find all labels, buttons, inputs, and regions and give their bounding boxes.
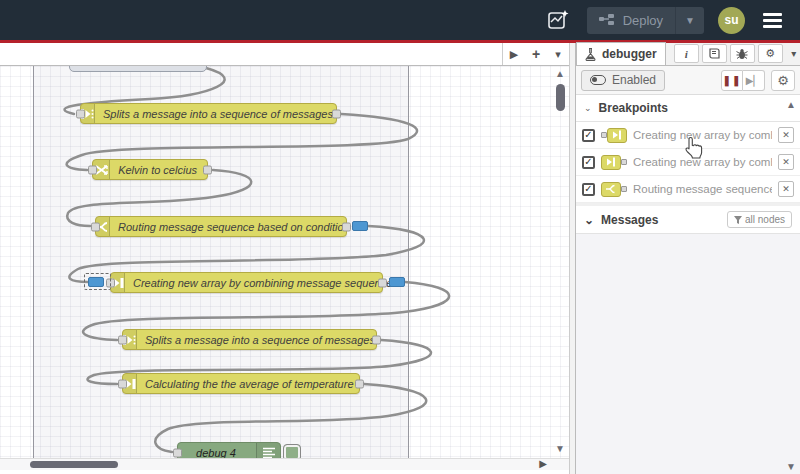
ai-flow-icon (546, 8, 570, 32)
node-label: Creating new array by combining message … (125, 277, 402, 289)
vscroll-thumb[interactable] (556, 84, 565, 111)
join-icon (607, 128, 627, 143)
node-label: Splits a message into a sequence of mess… (137, 334, 388, 346)
ai-flow-button[interactable] (543, 5, 573, 35)
deploy-button[interactable]: Deploy ▼ (587, 7, 704, 34)
add-flow-button[interactable]: + (525, 43, 547, 65)
mini-port-icon (621, 186, 627, 192)
avatar[interactable]: su (718, 7, 745, 34)
debug-tab-button[interactable] (730, 44, 755, 63)
breakpoint-checkbox[interactable]: ✓ (582, 183, 595, 196)
node-debug-4[interactable]: debug 4 (177, 442, 281, 458)
info-tab-button[interactable]: i (674, 44, 699, 63)
node-split-1[interactable]: Splits a message into a sequence of mess… (80, 103, 337, 124)
scroll-up-icon[interactable]: ▲ (555, 68, 565, 79)
node-change-kelvin[interactable]: Kelvin to celcius (92, 159, 208, 180)
pause-icon: ❚❚ (723, 75, 742, 86)
sidebar-scroll-down-icon[interactable]: ▼ (786, 461, 796, 472)
scroll-down-icon[interactable]: ▼ (555, 443, 565, 454)
node-join-calculating[interactable]: Calculating the the average of temperatu… (122, 373, 360, 394)
pause-button[interactable]: ❚❚ (721, 70, 743, 91)
enabled-label: Enabled (612, 73, 656, 87)
breakpoint-marker-creating-output[interactable] (389, 277, 405, 287)
debug-enable-toggle[interactable] (283, 444, 301, 458)
bottom-strip (0, 470, 569, 474)
chevron-down-icon: ▾ (555, 48, 561, 61)
messages-empty-area (576, 234, 800, 474)
deploy-icon (599, 14, 615, 26)
step-icon: ▶▏ (746, 75, 761, 86)
tab-debugger[interactable]: debugger (576, 42, 666, 65)
sidebar-splitter[interactable] (569, 43, 576, 474)
debugger-settings-button[interactable]: ⚙ (771, 70, 795, 91)
remove-breakpoint-button[interactable]: ✕ (778, 181, 794, 197)
output-port[interactable] (332, 109, 341, 118)
tab-scroll-right-button[interactable]: ▶ (503, 43, 525, 65)
bug-icon (736, 48, 748, 60)
chevron-down-icon: ▼ (685, 15, 695, 26)
tab-label: debugger (602, 47, 657, 61)
step-button[interactable]: ▶▏ (743, 70, 765, 91)
section-title: Messages (601, 213, 658, 227)
output-port[interactable] (355, 379, 364, 388)
debugger-enabled-toggle[interactable]: Enabled (581, 70, 665, 91)
output-port[interactable] (342, 222, 351, 231)
book-icon (708, 48, 720, 59)
sidebar-scroll-up-icon[interactable]: ▲ (786, 99, 796, 110)
node-switch-routing[interactable]: Routing message sequence based on condit… (95, 216, 347, 237)
deploy-options-button[interactable]: ▼ (675, 7, 704, 34)
input-port[interactable] (91, 222, 100, 231)
node-label: Splits a message into a sequence of mess… (95, 108, 346, 120)
help-tab-button[interactable] (702, 44, 727, 63)
mouse-cursor-hand (682, 136, 704, 160)
chevron-down-icon: ⌄ (584, 103, 592, 113)
canvas-vscrollbar[interactable]: ▲ ▼ (553, 66, 568, 458)
filter-icon (734, 216, 742, 224)
input-port[interactable] (88, 165, 97, 174)
config-tab-button[interactable]: ⚙ (758, 44, 783, 63)
hscroll-thumb[interactable] (30, 461, 118, 468)
flow-tabbar: ▶ + ▾ (0, 43, 569, 66)
scroll-right-icon[interactable]: ▶ (539, 458, 547, 469)
main-menu-button[interactable] (759, 9, 786, 32)
flask-icon (585, 48, 596, 61)
breakpoint-checkbox[interactable]: ✓ (582, 129, 595, 142)
remove-breakpoint-button[interactable]: ✕ (778, 127, 794, 143)
header: Deploy ▼ su (0, 0, 800, 40)
breakpoint-row[interactable]: ✓ Routing message sequence based on cond… (576, 176, 800, 203)
input-port[interactable] (76, 109, 85, 118)
flow-canvas[interactable]: Splits a message into a sequence of mess… (0, 66, 569, 458)
node-split-2[interactable]: Splits a message into a sequence of mess… (122, 329, 377, 350)
messages-section-header[interactable]: ⌄ Messages all nodes (576, 203, 800, 234)
remove-breakpoint-button[interactable]: ✕ (778, 154, 794, 170)
chevron-down-icon: ▾ (791, 48, 796, 59)
mini-port-icon (621, 159, 627, 165)
sidebar: debugger i ⚙ ▾ Enabled ❚❚ (576, 43, 800, 474)
clipped-node[interactable] (69, 66, 207, 72)
sidebar-tab-list-button[interactable]: ▾ (786, 48, 800, 59)
node-join-creating[interactable]: Creating new array by combining message … (110, 272, 383, 293)
breakpoint-checkbox[interactable]: ✓ (582, 156, 595, 169)
hamburger-icon (763, 13, 782, 16)
flow-list-button[interactable]: ▾ (547, 43, 569, 65)
canvas-hscrollbar[interactable]: ▶ (0, 458, 569, 470)
output-port[interactable] (378, 278, 387, 287)
breakpoint-marker-routing-output[interactable] (352, 221, 368, 231)
input-port[interactable] (118, 379, 127, 388)
output-port[interactable] (372, 335, 381, 344)
workspace: ▶ + ▾ (0, 43, 569, 474)
breakpoint-label: Routing message sequence based on condit… (633, 183, 772, 195)
debugger-toolbar: Enabled ❚❚ ▶▏ ⚙ (576, 66, 800, 95)
node-label: Calculating the the average of temperatu… (137, 378, 364, 390)
output-port[interactable] (203, 165, 212, 174)
mini-node-join-output (601, 155, 627, 170)
toggle-on-icon (590, 75, 606, 85)
breakpoints-section-header[interactable]: ⌄ Breakpoints (576, 95, 800, 122)
sidebar-tabbar: debugger i ⚙ ▾ (576, 43, 800, 66)
message-filter-button[interactable]: all nodes (727, 211, 792, 228)
breakpoint-marker-creating-input[interactable] (88, 277, 104, 287)
input-port[interactable] (173, 448, 182, 457)
input-port[interactable] (118, 335, 127, 344)
debug-icon (256, 443, 280, 458)
section-title: Breakpoints (599, 101, 668, 115)
